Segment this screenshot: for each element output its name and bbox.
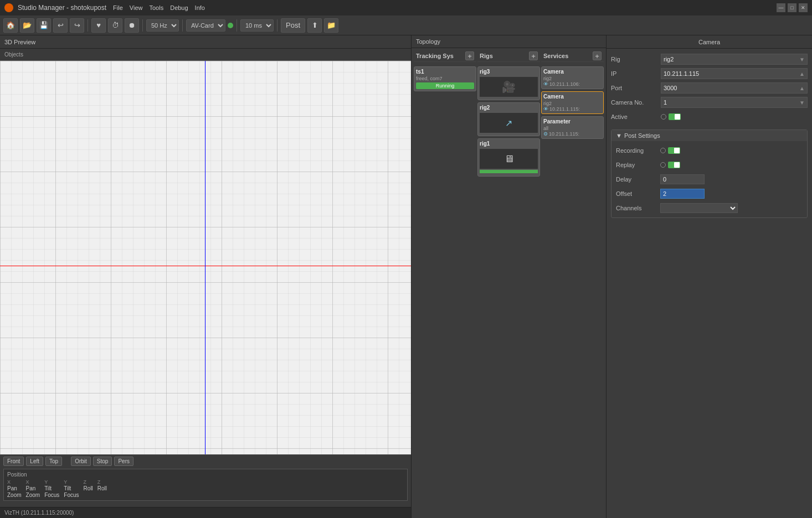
replay-label: Replay	[616, 162, 660, 168]
preview-canvas[interactable]	[0, 61, 411, 454]
camera2-subtitle: rig2	[543, 101, 602, 106]
active-toggle-on[interactable]	[669, 113, 681, 120]
objects-label: Objects	[4, 51, 23, 58]
camera-no-dropdown[interactable]: ▼	[799, 100, 805, 106]
orbit-button[interactable]: Orbit	[71, 457, 91, 466]
heart-button[interactable]: ♥	[91, 18, 106, 33]
view-buttons: Front Left Top Orbit Stop Pers	[0, 455, 411, 468]
toolbar-separator-4	[237, 19, 237, 32]
export-button[interactable]: ⬆	[307, 18, 322, 33]
preview-header: 3D Preview	[0, 35, 411, 49]
port-input[interactable]	[664, 85, 799, 91]
status-text: VizTH (10.211.1.115:20000)	[4, 510, 74, 516]
port-value[interactable]: ▲	[661, 82, 808, 94]
menu-info[interactable]: Info	[195, 4, 205, 11]
card-select[interactable]: AV-Card	[186, 19, 225, 32]
undo-button[interactable]: ↩	[53, 18, 68, 33]
post-button[interactable]: Post	[281, 18, 305, 33]
props-pane: Camera Rig rig2 ▼ IP ▲ Port	[607, 35, 812, 518]
rig3-node[interactable]: rig3 🎥	[477, 66, 540, 100]
recording-toggle-on[interactable]	[668, 147, 680, 154]
menu-file[interactable]: File	[113, 4, 123, 11]
time-select[interactable]: 10 ms	[240, 19, 274, 32]
close-button[interactable]: ✕	[799, 3, 808, 12]
topology-pane: Topology Tracking Sys + ts1 freed, com7 …	[412, 35, 607, 518]
top-view-button[interactable]: Top	[45, 457, 62, 466]
zoom-label-1: Zoom	[7, 492, 22, 498]
active-toggle-off[interactable]	[661, 114, 666, 120]
topology-header: Topology	[412, 35, 606, 48]
toolbar-separator-2	[142, 19, 143, 32]
folder-button[interactable]: 📁	[324, 18, 338, 33]
ip-value[interactable]: ▲	[661, 68, 808, 79]
menu-view[interactable]: View	[130, 4, 143, 11]
parameter1-title: Parameter	[543, 118, 602, 126]
services-add-button[interactable]: +	[593, 51, 602, 60]
front-view-button[interactable]: Front	[3, 457, 24, 466]
port-stepper[interactable]: ▲	[799, 85, 805, 91]
active-label: Active	[611, 113, 661, 120]
record-button[interactable]: ⏺	[125, 18, 139, 33]
recording-toggle-off[interactable]	[660, 148, 666, 153]
post-settings-header[interactable]: ▼ Post Settings	[611, 130, 807, 141]
camera2-node[interactable]: Camera rig2 👁 10.211.1.115:	[541, 91, 604, 114]
preview-subheader: Objects	[0, 49, 411, 61]
focus-label-1: Focus	[44, 492, 59, 498]
camera-panel-title: Camera	[698, 39, 720, 45]
tracking-add-button[interactable]: +	[465, 51, 474, 60]
offset-label: Offset	[616, 190, 660, 197]
camera1-node[interactable]: Camera rig2 👁 10.211.1.106:	[541, 66, 604, 89]
ip-input[interactable]	[664, 70, 799, 77]
open-button[interactable]: 📂	[20, 18, 34, 33]
rig1-node[interactable]: rig1 🖥	[477, 138, 540, 177]
camera-no-row: Camera No. 1 ▼	[611, 96, 808, 108]
offset-row: Offset	[616, 188, 803, 200]
camera-no-text: 1	[664, 99, 667, 106]
post-settings-title: Post Settings	[624, 132, 660, 139]
minimize-button[interactable]: —	[777, 3, 785, 12]
y-axis-label-2: Y	[64, 479, 79, 485]
parameter1-ip: ⚙ 10.211.1.115:	[543, 131, 602, 137]
pers-button[interactable]: Pers	[114, 457, 133, 466]
offset-input[interactable]	[660, 189, 705, 199]
rigs-add-button[interactable]: +	[529, 51, 538, 60]
status-indicator	[228, 23, 233, 28]
ts1-node[interactable]: ts1 freed, com7 Running	[414, 66, 476, 91]
rigs-header: Rigs +	[477, 50, 540, 62]
z-axis-label-2: Z	[97, 479, 107, 485]
channels-row: Channels	[616, 202, 803, 214]
rig3-thumb: 🎥	[480, 77, 538, 97]
services-section: Services + Camera rig2 👁 10.211.1.106: C…	[541, 50, 604, 516]
z-axis-label-1: Z	[84, 479, 93, 485]
tracking-section: Tracking Sys + ts1 freed, com7 Running	[414, 50, 476, 516]
rig-dropdown-arrow[interactable]: ▼	[799, 56, 805, 63]
save-button[interactable]: 💾	[37, 18, 51, 33]
stop-button[interactable]: Stop	[93, 457, 112, 466]
services-title: Services	[543, 53, 568, 59]
new-button[interactable]: 🏠	[3, 18, 18, 33]
delay-input[interactable]	[660, 174, 705, 184]
position-panel: Position X Pan Zoom X Pan Zoom Y Tilt	[3, 469, 408, 501]
menu-debug[interactable]: Debug	[170, 4, 188, 11]
parameter1-node[interactable]: Parameter all ⚙ 10.211.1.115:	[541, 116, 604, 139]
services-header: Services +	[541, 50, 604, 62]
camera-no-value[interactable]: 1 ▼	[661, 97, 808, 108]
replay-toggle-off[interactable]	[660, 162, 666, 168]
redo-button[interactable]: ↪	[70, 18, 84, 33]
replay-toggle-on[interactable]	[668, 162, 680, 168]
delay-label: Delay	[616, 176, 660, 183]
maximize-button[interactable]: □	[788, 3, 796, 12]
clock-button[interactable]: ⏱	[108, 18, 122, 33]
tilt-label-2: Tilt	[64, 485, 79, 491]
rig-label: Rig	[611, 56, 661, 63]
channels-select[interactable]	[660, 203, 738, 213]
menu-tools[interactable]: Tools	[150, 4, 164, 11]
left-view-button[interactable]: Left	[26, 457, 43, 466]
frequency-select[interactable]: 50 Hz	[146, 19, 179, 32]
rig3-title: rig3	[480, 69, 538, 76]
post-settings-section: ▼ Post Settings Recording Replay	[611, 130, 808, 218]
rig-value[interactable]: rig2 ▼	[661, 54, 808, 65]
rig2-node[interactable]: rig2 ↗	[477, 102, 540, 136]
ip-row: IP ▲	[611, 68, 808, 80]
ip-stepper-up[interactable]: ▲	[799, 71, 805, 77]
